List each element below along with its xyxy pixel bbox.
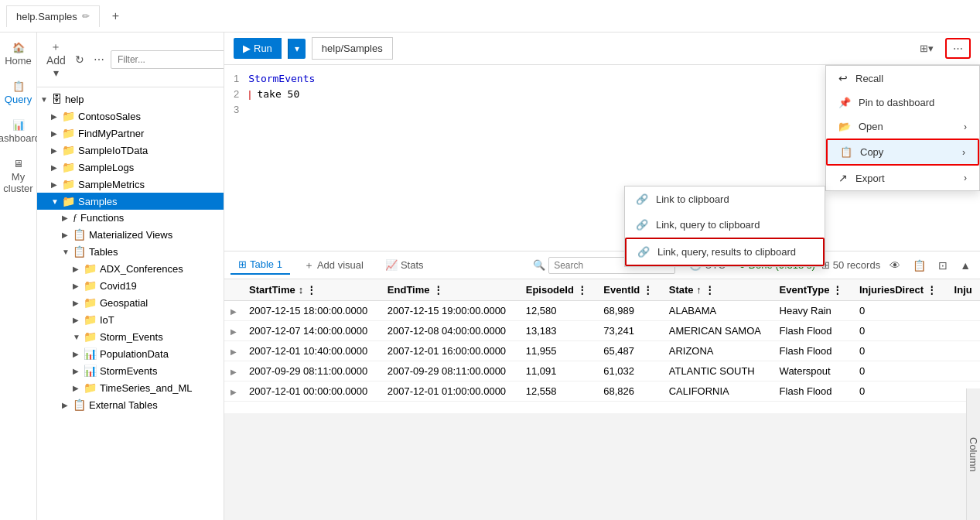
tree-item-functions[interactable]: ▶ ƒ Functions (37, 210, 224, 226)
copy-button[interactable]: 📋 (910, 256, 929, 275)
refresh-button[interactable]: ↻ (72, 50, 87, 69)
home-label: Home (5, 55, 32, 67)
tree-item-tables[interactable]: ▼ 📋 Tables (37, 243, 224, 260)
tree-item-findmypartner[interactable]: ▶ 📁 FindMyPartner (37, 125, 224, 142)
cell-injuriesdirect: 0 (853, 341, 948, 361)
column-sidebar-label: Column (968, 437, 979, 472)
col-header-eventtype[interactable]: EventType⋮ (773, 279, 853, 301)
row-expand-icon[interactable]: ▶ (230, 347, 237, 356)
add-visual-button[interactable]: ＋ Add visual (296, 255, 371, 275)
col-header-episodeid[interactable]: EpisodeId⋮ (520, 279, 598, 301)
col-header-inju[interactable]: Inju (948, 279, 980, 301)
table-row: ▶ 2007-12-01 00:00:00.0000 2007-12-01 01… (224, 381, 980, 402)
expand-icon: ▶ (73, 350, 84, 358)
tree-item-storm-events[interactable]: ▼ 📁 Storm_Events (37, 328, 224, 345)
menu-item-export[interactable]: ↗ Export › (826, 166, 979, 190)
expand-icon: ▶ (51, 163, 62, 172)
cell-inju (948, 301, 980, 321)
cell-inju (948, 341, 980, 361)
tree-label: help (65, 94, 84, 105)
more-options-button[interactable]: ⋯ (90, 50, 108, 69)
folder-icon: 📁 (84, 381, 97, 394)
col-header-endtime[interactable]: EndTime⋮ (381, 279, 520, 301)
table1-tab[interactable]: ⊞ Table 1 (230, 255, 290, 275)
main-layout: 🏠 Home 📋 Query 📊 Dashboards 🖥 My cluster… (0, 32, 980, 520)
tree-item-externaltables[interactable]: ▶ 📋 External Tables (37, 396, 224, 413)
line-number-3: 3 (234, 102, 239, 118)
tree-item-materializedviews[interactable]: ▶ 📋 Materialized Views (37, 226, 224, 243)
submenu-link-query-results[interactable]: 🔗 Link, query, results to clipboard (625, 238, 825, 266)
folder-icon: 📁 (84, 262, 97, 275)
tree-body: ▼ 🗄 help ▶ 📁 ContosoSales ▶ 📁 FindMyPart… (37, 87, 224, 520)
cell-episodeid: 11,091 (520, 361, 598, 381)
folder-icon: 📁 (62, 161, 75, 173)
cell-state: ATLANTIC SOUTH (663, 361, 773, 381)
data-table-wrap[interactable]: StartTime↕⋮ EndTime⋮ EpisodeId⋮ EventId⋮ (224, 279, 980, 413)
collapse-results-button[interactable]: ▲ (957, 256, 974, 275)
menu-item-recall[interactable]: ↩ Recall (826, 66, 979, 91)
tree-item-stormevents[interactable]: ▶ 📊 StormEvents (37, 362, 224, 379)
stats-button[interactable]: 📈 Stats (377, 256, 432, 274)
col-header-injuriesdirect[interactable]: InjuriesDirect⋮ (853, 279, 948, 301)
add-button[interactable]: ＋ Add ▾ (43, 37, 69, 82)
row-expand-icon[interactable]: ▶ (230, 368, 237, 376)
expand-icon: ▶ (73, 384, 84, 392)
run-icon: ▶ (243, 43, 251, 54)
menu-item-open[interactable]: 📂 Open › (826, 115, 979, 139)
col-header-starttime[interactable]: StartTime↕⋮ (243, 279, 381, 301)
home-icon: 🏠 (12, 42, 25, 53)
cell-eventid: 73,241 (597, 321, 663, 341)
table-body: ▶ 2007-12-15 18:00:00.0000 2007-12-15 19… (224, 301, 980, 402)
expand-icon: ▶ (73, 316, 84, 324)
ext-tables-icon: 📋 (73, 399, 86, 411)
menu-item-pin[interactable]: 📌 Pin to dashboard (826, 91, 979, 115)
tree-label: Covid19 (100, 280, 137, 292)
link-clipboard-label: Link to clipboard (656, 193, 729, 205)
row-expand-icon[interactable]: ▶ (230, 327, 237, 336)
row-expand-icon[interactable]: ▶ (230, 307, 237, 316)
run-dropdown-button[interactable]: ▾ (288, 39, 306, 59)
tree-item-adx[interactable]: ▶ 📁 ADX_Conferences (37, 260, 224, 277)
copy-submenu: 🔗 Link to clipboard 🔗 Link, query to cli… (624, 186, 825, 267)
menu-item-copy[interactable]: 📋 Copy › (826, 139, 979, 166)
eye-button[interactable]: 👁 (886, 256, 903, 275)
row-expand-icon[interactable]: ▶ (230, 388, 237, 396)
new-tab-button[interactable]: + (106, 5, 125, 28)
tree-label: SampleMetrics (78, 179, 145, 190)
run-button[interactable]: ▶ Run (234, 38, 282, 59)
submenu-link-clipboard[interactable]: 🔗 Link to clipboard (625, 186, 825, 212)
tree-item-populationdata[interactable]: ▶ 📊 PopulationData (37, 345, 224, 362)
submenu-link-query-clipboard[interactable]: 🔗 Link, query to clipboard (625, 212, 825, 238)
tree-item-samplelogs[interactable]: ▶ 📁 SampleLogs (37, 159, 224, 176)
folder-icon: 📁 (62, 144, 75, 156)
active-tab[interactable]: help.Samples ✏ (6, 5, 100, 27)
tree-item-contososales[interactable]: ▶ 📁 ContosoSales (37, 108, 224, 125)
tree-label: SampleLogs (78, 162, 134, 173)
filter-input[interactable] (111, 50, 224, 69)
tree-item-sampleiotdata[interactable]: ▶ 📁 SampleIoTData (37, 142, 224, 159)
table-icon: 📊 (84, 364, 97, 377)
tree-item-iot[interactable]: ▶ 📁 IoT (37, 311, 224, 328)
results-toolbar: ⊞ Table 1 ＋ Add visual 📈 Stats 🔍 (224, 251, 980, 279)
tree-item-samples[interactable]: ▼ 📁 Samples (37, 193, 224, 210)
sidebar-item-home[interactable]: 🏠 Home (0, 36, 36, 73)
more-options-button[interactable]: ⋯ (945, 38, 971, 59)
tree-item-samplemetrics[interactable]: ▶ 📁 SampleMetrics (37, 176, 224, 193)
tab-edit-icon[interactable]: ✏ (82, 11, 90, 22)
col-header-eventid[interactable]: EventId⋮ (597, 279, 663, 301)
filter-button[interactable]: ⊞▾ (913, 39, 941, 58)
cell-eventtype: Flash Flood (773, 341, 853, 361)
tree-item-geospatial[interactable]: ▶ 📁 Geospatial (37, 294, 224, 311)
line-number-1: 1 (234, 71, 239, 87)
cell-eventid: 68,826 (597, 381, 663, 402)
sidebar-item-mycluster[interactable]: 🖥 My cluster (0, 152, 36, 200)
tree-item-help[interactable]: ▼ 🗄 help (37, 91, 224, 108)
tree-item-timeseries[interactable]: ▶ 📁 TimeSeries_and_ML (37, 379, 224, 396)
column-sidebar[interactable]: Column (966, 388, 980, 520)
col-header-state[interactable]: State ↑⋮ (663, 279, 773, 301)
sidebar-item-dashboards[interactable]: 📊 Dashboards (0, 113, 36, 150)
sidebar-item-query[interactable]: 📋 Query (0, 74, 36, 111)
expand-button[interactable]: ⊡ (935, 256, 951, 275)
tree-item-covid19[interactable]: ▶ 📁 Covid19 (37, 277, 224, 294)
cell-starttime: 2007-12-01 00:00:00.0000 (243, 381, 381, 402)
